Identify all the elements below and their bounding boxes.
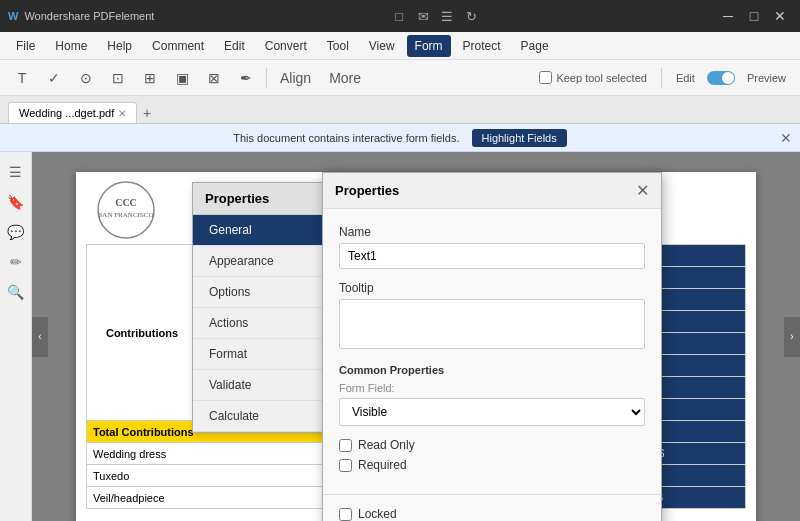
locked-label: Locked [358, 507, 397, 521]
titlebar-icon-3[interactable]: ☰ [437, 6, 457, 26]
menu-tool[interactable]: Tool [319, 35, 357, 57]
toggle-knob [722, 72, 734, 84]
tab-filename: Wedding ...dget.pdf [19, 107, 114, 119]
sidebar-icon-pages[interactable]: ☰ [4, 160, 28, 184]
title-bar-controls: ─ □ ✕ [716, 4, 792, 28]
svg-text:CCC: CCC [115, 197, 137, 208]
next-page-arrow[interactable]: › [784, 317, 800, 357]
edit-label: Edit [676, 72, 695, 84]
locked-row: Locked [323, 494, 661, 521]
toolbar-btn6[interactable]: ⊠ [200, 64, 228, 92]
info-close-icon[interactable]: ✕ [780, 130, 792, 146]
titlebar-icon-1[interactable]: □ [389, 6, 409, 26]
app-logo: W [8, 10, 18, 22]
dialog-close-button[interactable]: ✕ [636, 181, 649, 200]
toolbar: T ✓ ⊙ ⊡ ⊞ ▣ ⊠ ✒ Align More Keep tool sel… [0, 60, 800, 96]
svg-point-0 [98, 182, 154, 238]
keep-tool-input[interactable] [539, 71, 552, 84]
dialog-title: Properties [335, 183, 399, 198]
title-bar: W Wondershare PDFelement □ ✉ ☰ ↻ ─ □ ✕ [0, 0, 800, 32]
menu-view[interactable]: View [361, 35, 403, 57]
toolbar-more-btn[interactable]: More [322, 64, 368, 92]
menu-bar: File Home Help Comment Edit Convert Tool… [0, 32, 800, 60]
form-field-label: Form Field: [339, 382, 645, 394]
maximize-button[interactable]: □ [742, 4, 766, 28]
sidebar-icon-edit[interactable]: ✏ [4, 250, 28, 274]
tab-bar: Wedding ...dget.pdf ✕ + [0, 96, 800, 124]
properties-dialog: Properties ✕ Name Tooltip Common Propert… [322, 172, 662, 521]
name-input[interactable] [339, 243, 645, 269]
menu-convert[interactable]: Convert [257, 35, 315, 57]
tooltip-label: Tooltip [339, 281, 645, 295]
table-cell: Veil/headpiece [87, 487, 328, 509]
keep-tool-label: Keep tool selected [556, 72, 647, 84]
info-message: This document contains interactive form … [233, 132, 459, 144]
minimize-button[interactable]: ─ [716, 4, 740, 28]
toolbar-combo-btn[interactable]: ⊡ [104, 64, 132, 92]
document-tab[interactable]: Wedding ...dget.pdf ✕ [8, 102, 137, 123]
toolbar-align-btn[interactable]: Align [273, 64, 318, 92]
prev-page-arrow[interactable]: ‹ [32, 317, 48, 357]
table-cell: Tuxedo [87, 465, 328, 487]
titlebar-icon-2[interactable]: ✉ [413, 6, 433, 26]
name-label: Name [339, 225, 645, 239]
read-only-label: Read Only [358, 438, 415, 452]
sidebar-icon-bookmarks[interactable]: 🔖 [4, 190, 28, 214]
toolbar-list-btn[interactable]: ⊞ [136, 64, 164, 92]
required-label: Required [358, 458, 407, 472]
contributions-label: Contributions [87, 245, 198, 421]
highlight-fields-button[interactable]: Highlight Fields [472, 129, 567, 147]
dialog-body: Name Tooltip Common Properties Form Fiel… [323, 209, 661, 494]
left-sidebar: ☰ 🔖 💬 ✏ 🔍 [0, 152, 32, 521]
dialog-header: Properties ✕ [323, 173, 661, 209]
menu-protect[interactable]: Protect [455, 35, 509, 57]
preview-button[interactable]: Preview [741, 69, 792, 87]
table-cell: Wedding dress [87, 443, 328, 465]
pdf-area: ‹ › CCC SAN FRANCISCO Wedding Budget Cha… [32, 152, 800, 521]
menu-file[interactable]: File [8, 35, 43, 57]
toolbar-text-btn[interactable]: T [8, 64, 36, 92]
required-checkbox[interactable] [339, 459, 352, 472]
menu-edit[interactable]: Edit [216, 35, 253, 57]
preview-label: Preview [747, 72, 786, 84]
sidebar-icon-comments[interactable]: 💬 [4, 220, 28, 244]
toolbar-separator [266, 68, 267, 88]
edit-toggle[interactable] [707, 71, 735, 85]
locked-checkbox[interactable] [339, 508, 352, 521]
common-props-label: Common Properties [339, 364, 645, 376]
toolbar-btn5[interactable]: ▣ [168, 64, 196, 92]
keep-tool-checkbox[interactable]: Keep tool selected [533, 68, 653, 87]
toolbar-check-btn[interactable]: ✓ [40, 64, 68, 92]
required-row: Required [339, 458, 645, 472]
titlebar-icon-4[interactable]: ↻ [461, 6, 481, 26]
pdf-logo: CCC SAN FRANCISCO [96, 180, 156, 240]
toolbar-btn7[interactable]: ✒ [232, 64, 260, 92]
toolbar-right: Keep tool selected Edit Preview [533, 68, 792, 88]
tooltip-textarea[interactable] [339, 299, 645, 349]
info-bar: This document contains interactive form … [0, 124, 800, 152]
main-area: ☰ 🔖 💬 ✏ 🔍 ‹ › CCC SAN FRANCISCO Wedding … [0, 152, 800, 521]
sidebar-icon-search[interactable]: 🔍 [4, 280, 28, 304]
menu-page[interactable]: Page [513, 35, 557, 57]
tab-close-icon[interactable]: ✕ [118, 108, 126, 119]
app-title: Wondershare PDFelement [24, 10, 154, 22]
menu-comment[interactable]: Comment [144, 35, 212, 57]
edit-button[interactable]: Edit [670, 69, 701, 87]
read-only-row: Read Only [339, 438, 645, 452]
title-bar-icons: □ ✉ ☰ ↻ [389, 6, 481, 26]
read-only-checkbox[interactable] [339, 439, 352, 452]
title-bar-left: W Wondershare PDFelement [8, 10, 154, 22]
menu-help[interactable]: Help [99, 35, 140, 57]
add-tab-button[interactable]: + [137, 103, 157, 123]
close-button[interactable]: ✕ [768, 4, 792, 28]
menu-home[interactable]: Home [47, 35, 95, 57]
form-field-select[interactable]: Visible Hidden No Print No View [339, 398, 645, 426]
menu-form[interactable]: Form [407, 35, 451, 57]
toolbar-radio-btn[interactable]: ⊙ [72, 64, 100, 92]
toolbar-separator-2 [661, 68, 662, 88]
svg-text:SAN FRANCISCO: SAN FRANCISCO [98, 211, 153, 219]
